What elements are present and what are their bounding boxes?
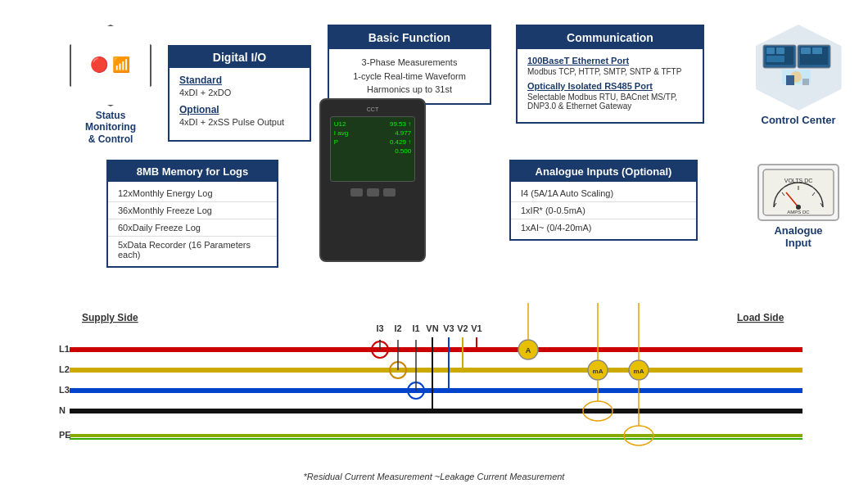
svg-text:I3: I3 (376, 323, 383, 333)
analogue-input-title: Analogue Input (753, 224, 843, 249)
analogue-inputs-item-1: 1xIR* (0-0.5mA) (511, 202, 696, 219)
comm-port2-title: Optically Isolated RS485 Port (527, 81, 693, 91)
meter-row-1: I avg4.977 (334, 129, 411, 137)
analogue-inputs-header: Analogue Inputs (Optional) (511, 161, 696, 182)
analogue-inputs-item-2: 1xAI~ (0/4-20mA) (511, 219, 696, 236)
svg-text:mA: mA (593, 368, 604, 375)
memory-item-3: 5xData Recorder (16 Parameters each) (108, 237, 277, 263)
svg-text:L1: L1 (59, 344, 70, 354)
optional-value: 4xDI + 2xSS Pulse Output (179, 117, 300, 127)
basic-function-content: 3-Phase Measurements 1-cycle Real-time W… (329, 49, 490, 103)
optional-label: Optional (179, 104, 300, 115)
svg-rect-7 (801, 47, 811, 54)
analogue-input-box: VOLTS DC AMPS DC Analogue Input (753, 164, 843, 249)
control-center-title: Control Center (753, 114, 843, 126)
svg-text:mA: mA (634, 368, 644, 375)
svg-text:L3: L3 (59, 385, 70, 395)
status-title: Status Monitoring & Control (66, 110, 156, 145)
digital-io-box: Digital I/O Standard 4xDI + 2xDO Optiona… (168, 45, 311, 142)
meter-brand-label: CCT (367, 106, 378, 112)
main-container: 🔴 📶 Status Monitoring & Control Digital … (0, 0, 868, 488)
analogue-inputs-box: Analogue Inputs (Optional) I4 (5A/1A Aut… (509, 160, 698, 241)
digital-io-content: Standard 4xDI + 2xDO Optional 4xDI + 2xS… (170, 68, 310, 140)
memory-header: 8MB Memory for Logs (108, 161, 277, 182)
memory-content: 12xMonthly Energy Log 36xMonthly Freeze … (108, 182, 277, 266)
digital-io-header: Digital I/O (170, 47, 310, 68)
meter-row-3: 0.500 (334, 147, 411, 155)
analogue-meter-image: VOLTS DC AMPS DC (757, 164, 839, 221)
meter-buttons (350, 188, 396, 197)
memory-item-2: 60xDaily Freeze Log (108, 219, 277, 237)
comm-port2-desc: Selectable Modbus RTU, BACnet MS/TP, DNP… (527, 93, 693, 111)
status-hexagon: 🔴 📶 (70, 25, 151, 106)
svg-rect-12 (802, 79, 809, 85)
meter-row-0: U1299.53 ↑ (334, 120, 411, 128)
memory-item-1: 36xMonthly Freeze Log (108, 202, 277, 219)
svg-rect-4 (766, 56, 784, 62)
svg-text:I1: I1 (412, 323, 419, 333)
control-center-box: Control Center (753, 25, 843, 126)
svg-text:V1: V1 (471, 323, 481, 333)
svg-rect-2 (766, 47, 775, 54)
memory-item-0: 12xMonthly Energy Log (108, 185, 277, 202)
basic-function-box: Basic Function 3-Phase Measurements 1-cy… (328, 25, 491, 105)
svg-text:PE: PE (59, 430, 71, 440)
standard-label: Standard (179, 75, 300, 86)
svg-text:N: N (59, 405, 66, 415)
meter-row-2: P0.429 ↑ (334, 138, 411, 146)
svg-text:L2: L2 (59, 364, 70, 374)
footer-note: *Residual Current Measurement ~Leakage C… (304, 472, 565, 481)
basic-function-item-2: 1-cycle Real-time Waveform (339, 70, 480, 84)
comm-port1-desc: Modbus TCP, HTTP, SMTP, SNTP & TFTP (527, 67, 693, 76)
svg-text:V2: V2 (457, 323, 468, 333)
control-hexagon (756, 25, 842, 111)
meter-device: CCT U1299.53 ↑ I avg4.977 P0.429 ↑ 0.500 (319, 98, 426, 262)
communication-content: 100BaseT Ethernet Port Modbus TCP, HTTP,… (518, 49, 703, 122)
status-icon: 🔴 📶 (90, 56, 130, 74)
svg-text:A: A (526, 346, 531, 355)
analogue-inputs-item-0: I4 (5A/1A Auto Scaling) (511, 185, 696, 202)
svg-rect-3 (776, 47, 784, 54)
memory-box: 8MB Memory for Logs 12xMonthly Energy Lo… (106, 160, 278, 268)
analogue-inputs-content: I4 (5A/1A Auto Scaling) 1xIR* (0-0.5mA) … (511, 182, 696, 239)
svg-rect-8 (812, 47, 822, 54)
communication-box: Communication 100BaseT Ethernet Port Mod… (516, 25, 704, 124)
meter-btn-1[interactable] (350, 188, 363, 197)
wiring-diagram: Supply Side Load Side I3 I2 I1 VN V3 V2 … (0, 278, 868, 459)
meter-btn-3[interactable] (383, 188, 396, 197)
meter-screen: U1299.53 ↑ I avg4.977 P0.429 ↑ 0.500 (330, 116, 415, 182)
svg-rect-11 (786, 75, 794, 85)
communication-header: Communication (518, 26, 703, 49)
svg-text:I2: I2 (394, 323, 401, 333)
meter-btn-2[interactable] (367, 188, 379, 197)
svg-text:VOLTS DC: VOLTS DC (784, 178, 813, 183)
svg-text:AMPS DC: AMPS DC (787, 210, 810, 215)
svg-text:Load Side: Load Side (737, 312, 784, 323)
basic-function-item-1: 3-Phase Measurements (339, 56, 480, 70)
comm-port1-title: 100BaseT Ethernet Port (527, 56, 693, 66)
status-monitoring-box: 🔴 📶 Status Monitoring & Control (66, 25, 156, 145)
svg-text:V3: V3 (443, 323, 454, 333)
svg-text:VN: VN (426, 323, 438, 333)
standard-value: 4xDI + 2xDO (179, 88, 300, 97)
basic-function-item-3: Harmonics up to 31st (339, 83, 480, 97)
meter-svg: VOLTS DC AMPS DC (762, 168, 835, 217)
control-center-image (762, 41, 835, 94)
svg-text:Supply Side: Supply Side (82, 312, 138, 323)
basic-function-header: Basic Function (329, 26, 490, 49)
